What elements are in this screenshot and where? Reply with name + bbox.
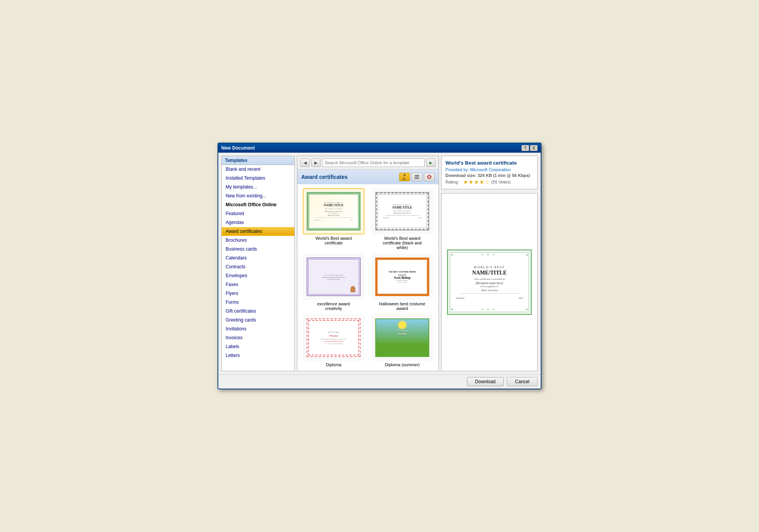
nav-item-installed[interactable]: Installed Templates [222,174,294,183]
star-2: ★ [469,179,474,185]
template-label-excellence: excellence awardcreativity [317,301,350,311]
nav-item-invoices[interactable]: Invoices [222,333,294,342]
template-worlds-best-bw[interactable]: WORLD'S BEST NAME/TITLE This certificate… [370,188,435,250]
nav-item-business-cards[interactable]: Business cards [222,245,294,254]
nav-item-new-existing[interactable]: New from existing... [222,192,294,200]
nav-item-envelopes[interactable]: Envelopes [222,271,294,280]
back-button[interactable]: ◀ [300,158,310,167]
template-thumb-excellence[interactable]: This certificate is awarded to for Writi… [303,254,364,300]
nav-item-labels[interactable]: Labels [222,342,294,351]
template-label-worlds-best: World's Best awardcertificate [315,236,352,245]
rating-stars: ★ ★ ★ ★ ☆ [463,179,490,185]
large-cert-preview: ✦ ✦ ✦ ✦ ✦✦✦ ✦✦✦ WORLD'S BEST NAME/TITLE … [447,249,532,315]
template-diploma2[interactable]: Diploma Thomas Diploma (summer) [370,315,435,367]
large-cert-recognition: in recognition of [481,285,499,288]
svg-rect-0 [415,175,419,176]
svg-rect-2 [415,178,419,179]
template-label-halloween: Halloween best costumeaward [379,301,425,311]
provider-label: Provided by: [445,167,469,172]
template-thumb-halloween[interactable]: THE BEST COSTUME AWARD presents Scott Bi… [371,254,433,300]
template-thumb-diploma2[interactable]: Diploma Thomas [371,315,433,361]
nav-item-flyers[interactable]: Flyers [222,289,294,298]
star-1: ★ [463,179,468,185]
nav-item-calendars[interactable]: Calendars [222,254,294,263]
title-bar: New Document ? X [218,143,541,153]
middle-panel: ◀ ▶ ► Award certificates AZ↓ [297,156,439,371]
left-panel-header: Templates [222,156,294,165]
rating-votes: (55 Votes) [491,180,511,184]
star-3: ★ [474,179,479,185]
nav-item-my-templates[interactable]: My templates... [222,183,294,192]
remove-button[interactable] [424,173,435,181]
large-cert-divider [459,293,519,294]
preview-info: World's Best award certificate Provided … [441,156,538,189]
nav-item-invitations[interactable]: Invitations [222,325,294,333]
template-label-worlds-best-bw: World's Best awardcertificate (black and… [383,236,422,250]
large-cert-worlds-best: WORLD'S BEST [474,266,505,269]
large-cert-date: Date [519,297,523,299]
main-area: Templates Blank and recent Installed Tem… [221,156,538,371]
templates-grid: WORLD'S BEST NAME/TITLE This certificate… [297,184,439,371]
sort-icons: AZ↓ [399,173,435,181]
cancel-button[interactable]: Cancel [507,377,538,386]
size-value: 324 KB (1 min @ 56 Kbps) [477,173,530,178]
rating-label: Rating: [445,180,459,184]
size-label: Download size: [445,173,476,178]
nav-item-letters[interactable]: Letters [222,351,294,360]
template-excellence[interactable]: This certificate is awarded to for Writi… [301,254,366,311]
nav-item-blank[interactable]: Blank and recent [222,165,294,174]
preview-provider: Provided by: Microsoft Corporation [445,167,533,172]
nav-item-brochures[interactable]: Brochures [222,236,294,245]
nav-item-gift-certs[interactable]: Gift certificates [222,307,294,316]
large-cert-body1: This certificate is awarded to [474,278,505,281]
nav-item-forms[interactable]: Forms [222,298,294,307]
template-worlds-best[interactable]: WORLD'S BEST NAME/TITLE This certificate… [301,188,366,250]
template-halloween[interactable]: THE BEST COSTUME AWARD presents Scott Bi… [370,254,435,311]
search-bar: ◀ ▶ ► [297,156,439,170]
star-4: ★ [479,179,484,185]
forward-button[interactable]: ▶ [311,158,320,167]
view-list-button[interactable] [412,173,422,181]
left-panel: Templates Blank and recent Installed Tem… [221,156,295,371]
search-input[interactable] [322,158,425,167]
content-header: Award certificates AZ↓ [297,170,439,184]
dialog-footer: Download Cancel [218,374,541,389]
large-cert-recipient: [Recipient name here] [476,281,503,285]
nav-item-faxes[interactable]: Faxes [222,280,294,289]
right-panel: World's Best award certificate Provided … [441,156,538,371]
nav-item-ms-online[interactable]: Microsoft Office Online [222,200,294,209]
dialog-title: New Document [221,145,255,151]
title-bar-buttons: ? X [521,145,538,151]
large-cert-name-title: NAME/TITLE [472,270,506,276]
left-panel-scroll: Blank and recent Installed Templates My … [222,165,294,371]
nav-item-contracts[interactable]: Contracts [222,263,294,271]
star-5: ☆ [485,179,490,185]
preview-title: World's Best award certificate [445,160,533,166]
large-cert-signature: Signature [456,297,465,299]
new-document-dialog: New Document ? X Templates Blank and rec… [218,143,541,389]
nav-item-agendas[interactable]: Agendas [222,218,294,227]
template-thumb-worlds-best-bw[interactable]: WORLD'S BEST NAME/TITLE This certificate… [371,188,433,234]
preview-rating: Rating: ★ ★ ★ ★ ☆ (55 Votes) [445,179,533,185]
preview-size: Download size: 324 KB (1 min @ 56 Kbps) [445,173,533,178]
template-thumb-diploma1[interactable]: Diploma Thomas This certifies completion… [303,315,364,361]
large-cert-your-text: [Your text here] [481,289,498,292]
sort-az-button[interactable]: AZ↓ [399,173,410,181]
nav-item-featured[interactable]: Featured [222,209,294,218]
large-cert-sig-row: Signature Date [456,297,523,299]
template-thumb-worlds-best[interactable]: WORLD'S BEST NAME/TITLE This certificate… [303,188,364,234]
template-label-diploma1: Diploma [326,362,341,367]
content-header-title: Award certificates [301,174,347,180]
help-button[interactable]: ? [521,145,529,151]
close-button[interactable]: X [530,145,538,151]
template-label-diploma2: Diploma (summer) [385,362,420,367]
provider-name: Microsoft Corporation [470,167,511,172]
preview-image-area: ✦ ✦ ✦ ✦ ✦✦✦ ✦✦✦ WORLD'S BEST NAME/TITLE … [441,193,538,371]
nav-item-greeting-cards[interactable]: Greeting cards [222,316,294,325]
svg-rect-1 [415,177,419,177]
download-button[interactable]: Download [467,377,504,386]
go-button[interactable]: ► [426,158,435,167]
dialog-body: Templates Blank and recent Installed Tem… [218,153,541,374]
template-diploma1[interactable]: Diploma Thomas This certifies completion… [301,315,366,367]
nav-item-award-certs[interactable]: Award certificates [222,227,294,236]
